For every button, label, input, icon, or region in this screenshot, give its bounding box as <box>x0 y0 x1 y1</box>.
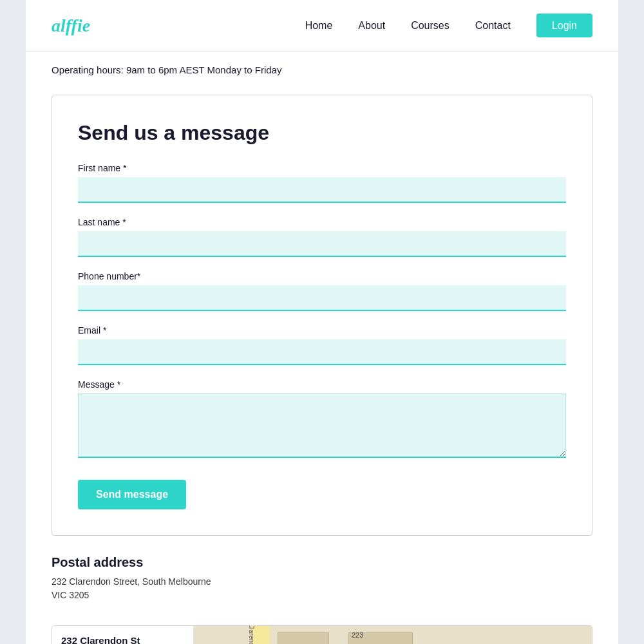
nav-links: Home About Courses Contact Login <box>305 20 592 32</box>
navbar: alffie Home About Courses Contact Login <box>26 0 618 52</box>
map-container: 232 Clarendon St 232 Clarendon St, South… <box>52 625 592 644</box>
postal-section: Postal address 232 Clarendon Street, Sou… <box>52 555 592 615</box>
message-group: Message * <box>78 379 566 460</box>
postal-address-line2: VIC 3205 <box>52 589 592 602</box>
first-name-group: First name * <box>78 163 566 203</box>
building-1 <box>278 632 329 644</box>
email-label: Email * <box>78 325 566 336</box>
map-visual: Clarendon St 223 Colonel <box>194 626 592 644</box>
clarendon-road-label: Clarendon St <box>248 626 255 644</box>
contact-form: First name * Last name * Phone number* E… <box>78 163 566 509</box>
map-number-223: 223 <box>352 631 363 639</box>
map-info-title: 232 Clarendon St <box>61 635 184 644</box>
page-wrapper: alffie Home About Courses Contact Login … <box>26 0 618 644</box>
map-info-panel: 232 Clarendon St 232 Clarendon St, South… <box>52 626 194 644</box>
postal-address-line1: 232 Clarendon Street, South Melbourne <box>52 575 592 589</box>
first-name-label: First name * <box>78 163 566 173</box>
last-name-label: Last name * <box>78 217 566 227</box>
phone-label: Phone number* <box>78 271 566 281</box>
last-name-group: Last name * <box>78 217 566 257</box>
form-title: Send us a message <box>78 121 566 145</box>
login-button[interactable]: Login <box>536 14 592 37</box>
postal-title: Postal address <box>52 555 592 570</box>
phone-input[interactable] <box>78 285 566 311</box>
operating-hours-text: Operating hours: 9am to 6pm AEST Monday … <box>52 52 592 82</box>
about-link[interactable]: About <box>358 20 385 31</box>
message-label: Message * <box>78 379 566 390</box>
message-textarea[interactable] <box>78 393 566 458</box>
brand-logo: alffie <box>52 15 90 36</box>
courses-link[interactable]: Courses <box>411 20 450 31</box>
contact-link[interactable]: Contact <box>475 20 511 31</box>
send-message-button[interactable]: Send message <box>78 480 186 509</box>
email-group: Email * <box>78 325 566 365</box>
last-name-input[interactable] <box>78 231 566 257</box>
email-input[interactable] <box>78 339 566 365</box>
home-link[interactable]: Home <box>305 20 333 31</box>
phone-group: Phone number* <box>78 271 566 311</box>
content-area: Operating hours: 9am to 6pm AEST Monday … <box>26 52 618 644</box>
contact-form-card: Send us a message First name * Last name… <box>52 95 592 536</box>
first-name-input[interactable] <box>78 177 566 203</box>
